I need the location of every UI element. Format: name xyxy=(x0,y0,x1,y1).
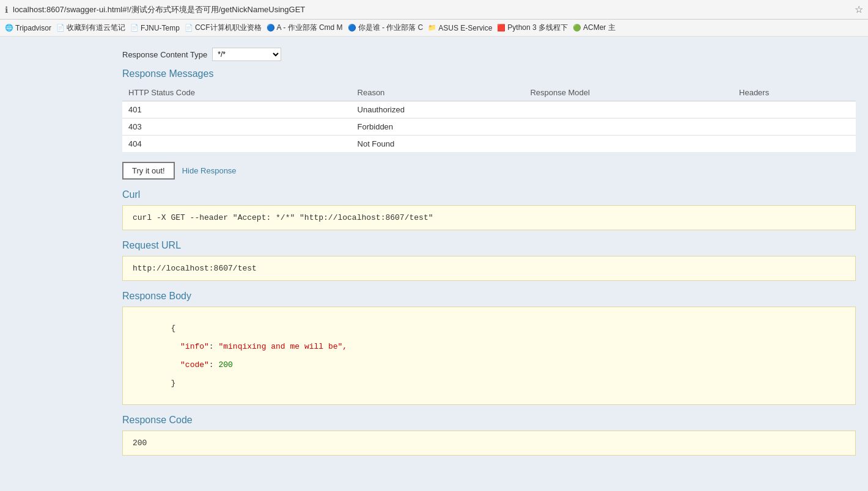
button-row: Try it out! Hide Response xyxy=(122,162,856,180)
response-code-title: Response Code xyxy=(122,415,856,426)
bookmark-icon: 🔵 xyxy=(267,24,275,32)
response-code-block: 200 xyxy=(122,431,856,456)
bookmark-asus[interactable]: 📁 ASUS E-Service xyxy=(428,24,492,32)
response-messages-section: Response Messages HTTP Status Code Reaso… xyxy=(122,68,856,152)
bookmark-python[interactable]: 🟥 Python 3 多线程下 xyxy=(497,23,568,33)
json-code-value: 200 xyxy=(218,360,232,369)
info-icon: ℹ xyxy=(5,5,8,15)
response-code-section: Response Code 200 xyxy=(122,415,856,456)
hide-response-link[interactable]: Hide Response xyxy=(182,166,237,175)
status-code-403: 403 xyxy=(122,118,351,136)
table-row: 404 Not Found xyxy=(122,136,856,153)
response-body-section: Response Body { "info": "minqixing and m… xyxy=(122,291,856,405)
col-response-model: Response Model xyxy=(524,84,733,101)
response-content-type-label: Response Content Type xyxy=(122,50,207,59)
model-401 xyxy=(524,101,733,118)
bookmark-nishi[interactable]: 🔵 你是谁 - 作业部落 C xyxy=(348,23,424,33)
json-close-brace: } xyxy=(171,379,175,388)
request-url-code-block: http://localhost:8607/test xyxy=(122,256,856,281)
model-404 xyxy=(524,136,733,153)
address-bar[interactable]: localhost:8607/swagger-ui.html#!/测试分布式环境… xyxy=(13,4,850,15)
bookmark-icon: 📄 xyxy=(56,24,65,32)
headers-403 xyxy=(733,118,856,136)
main-content: Response Content Type */* application/js… xyxy=(0,37,868,491)
bookmark-acmer[interactable]: 🟢 ACMer 主 xyxy=(573,23,616,33)
bookmark-icon: 🌐 xyxy=(5,24,13,32)
model-403 xyxy=(524,118,733,136)
json-open-brace: { xyxy=(171,324,175,333)
bookmark-ccf[interactable]: 📄 CCF计算机职业资格 xyxy=(185,23,262,33)
bookmark-icon: 📄 xyxy=(130,24,139,32)
col-headers: Headers xyxy=(733,84,856,101)
bookmark-a-zuoye[interactable]: 🔵 A - 作业部落 Cmd M xyxy=(267,23,343,33)
bookmark-icon: 📄 xyxy=(185,24,193,32)
response-body-code-block: { "info": "minqixing and me will be", "c… xyxy=(122,307,856,405)
json-info-value: "minqixing and me will be" xyxy=(218,342,342,351)
table-row: 401 Unauthorized xyxy=(122,101,856,118)
curl-code-block: curl -X GET --header "Accept: */*" "http… xyxy=(122,205,856,230)
star-icon[interactable]: ☆ xyxy=(855,4,863,15)
response-body-title: Response Body xyxy=(122,291,856,302)
try-it-out-button[interactable]: Try it out! xyxy=(122,162,175,180)
status-code-404: 404 xyxy=(122,136,351,153)
response-content-type-row: Response Content Type */* application/js… xyxy=(122,43,856,68)
table-row: 403 Forbidden xyxy=(122,118,856,136)
table-header-row: HTTP Status Code Reason Response Model H… xyxy=(122,84,856,101)
reason-403: Forbidden xyxy=(351,118,524,136)
request-url-section: Request URL http://localhost:8607/test xyxy=(122,240,856,281)
response-messages-title: Response Messages xyxy=(122,68,856,79)
reason-401: Unauthorized xyxy=(351,101,524,118)
json-info-comma: , xyxy=(342,342,347,351)
curl-section: Curl curl -X GET --header "Accept: */*" … xyxy=(122,189,856,230)
json-info-key: "info" xyxy=(180,342,209,351)
bookmark-youdao[interactable]: 📄 收藏到有道云笔记 xyxy=(56,23,125,33)
headers-404 xyxy=(733,136,856,153)
swagger-section: Response Content Type */* application/js… xyxy=(0,37,868,471)
bookmarks-bar: 🌐 Tripadvisor 📄 收藏到有道云笔记 📄 FJNU-Temp 📄 C… xyxy=(0,20,868,37)
json-code-key: "code" xyxy=(180,360,209,369)
json-code-colon: : xyxy=(209,360,219,369)
status-code-401: 401 xyxy=(122,101,351,118)
browser-bar: ℹ localhost:8607/swagger-ui.html#!/测试分布式… xyxy=(0,0,868,20)
col-status-code: HTTP Status Code xyxy=(122,84,351,101)
bookmark-fjnu[interactable]: 📄 FJNU-Temp xyxy=(130,24,180,32)
col-reason: Reason xyxy=(351,84,524,101)
headers-401 xyxy=(733,101,856,118)
response-messages-table: HTTP Status Code Reason Response Model H… xyxy=(122,84,856,152)
bookmark-icon: 🔵 xyxy=(348,24,356,32)
bookmark-icon: 🟥 xyxy=(497,24,506,32)
request-url-title: Request URL xyxy=(122,240,856,251)
json-info-colon: : xyxy=(209,342,219,351)
response-content-type-select[interactable]: */* application/json text/plain xyxy=(212,48,281,61)
bookmark-icon: 📁 xyxy=(428,24,436,32)
reason-404: Not Found xyxy=(351,136,524,153)
bookmark-tripadvisor[interactable]: 🌐 Tripadvisor xyxy=(5,24,51,32)
bookmark-icon: 🟢 xyxy=(573,24,581,32)
curl-title: Curl xyxy=(122,189,856,200)
